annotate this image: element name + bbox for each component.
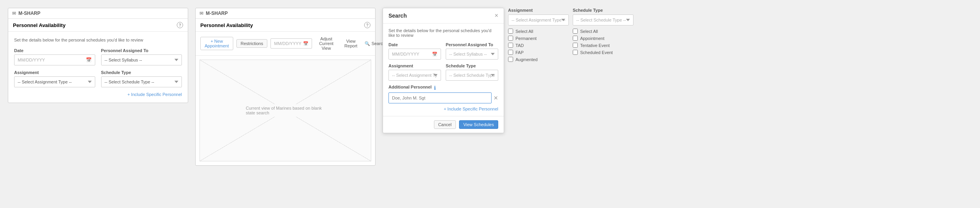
form-row-assignment-schedule: Assignment -- Select Assignment Type -- …	[14, 70, 182, 87]
modal-header: Search ×	[383, 8, 504, 24]
restrictions-button[interactable]: Restrictions	[236, 39, 267, 48]
schedule-dropdown-panel: Schedule Type -- Select Schedule Type --…	[573, 8, 633, 55]
assignment-dropdown-panel: Assignment -- Select Assignment Type -- …	[508, 8, 569, 62]
checkbox-appointment-input[interactable]	[573, 36, 578, 41]
include-personnel-link-modal[interactable]: + Include Specific Personnel	[388, 107, 498, 111]
new-appointment-button[interactable]: + New Appointment	[200, 37, 233, 50]
checkbox-scheduled-event-input[interactable]	[573, 50, 578, 55]
cancel-button[interactable]: Cancel	[434, 120, 456, 129]
panel-2: ✉ M-SHARP Personnel Availability ? + New…	[195, 8, 376, 166]
checkbox-permanent: Permanent	[508, 36, 569, 41]
panel-1-title: Personnel Availability ?	[8, 19, 188, 32]
panel-2-title-bar: Personnel Availability ?	[196, 19, 375, 32]
modal-body: Set the details below for the personal s…	[383, 24, 504, 116]
schedule-checkbox-list: Select All Appointment Tentative Event S…	[573, 29, 633, 55]
panel-1-title-text: Personnel Availability	[13, 22, 65, 28]
modal-additional-label: Additional Personnel	[388, 85, 432, 89]
panel-2-toolbar: + New Appointment Restrictions MM/DD/YYY…	[196, 32, 375, 56]
checkbox-fap-input[interactable]	[508, 50, 513, 55]
include-personnel-link-1[interactable]: + Include Specific Personnel	[14, 92, 182, 97]
schedule-dropdown-select[interactable]: -- Select Schedule Type --	[573, 14, 633, 25]
panel-2-header: ✉ M-SHARP	[196, 8, 375, 19]
modal-schedule-select[interactable]: -- Select Schedule Type --	[446, 70, 498, 81]
assignment-label-1: Assignment	[14, 70, 95, 75]
checkbox-augmented-input[interactable]	[508, 57, 513, 62]
assignment-select-1[interactable]: -- Select Assignment Type --	[14, 76, 95, 87]
checkbox-appointment: Appointment	[573, 36, 633, 41]
modal-schedule-group: Schedule Type -- Select Schedule Type --	[446, 63, 498, 81]
info-icon: ℹ	[434, 85, 436, 91]
checkbox-tad-label: TAD	[515, 43, 524, 48]
checkbox-select-all-assignment-label: Select All	[515, 29, 533, 34]
assignment-group-1: Assignment -- Select Assignment Type --	[14, 70, 95, 87]
modal-date-input[interactable]: MM/DD/YYYY 📅	[388, 49, 441, 60]
view-schedules-button[interactable]: View Schedules	[459, 120, 498, 129]
checkbox-tentative-event: Tentative Event	[573, 43, 633, 48]
modal-calendar-icon: 📅	[432, 52, 437, 57]
additional-personnel-input[interactable]	[388, 92, 492, 103]
modal-personnel-select[interactable]: -- Select Syllabus --	[446, 49, 498, 60]
checkbox-augmented: Augmented	[508, 57, 569, 62]
modal-date-group: Date MM/DD/YYYY 📅	[388, 42, 441, 60]
date-placeholder-2: MM/DD/YYYY	[274, 41, 301, 46]
schedule-label-1: Schedule Type	[101, 70, 182, 75]
form-row-date-personnel: Date MM/DD/YYYY 📅 Personnel Assigned To …	[14, 48, 182, 65]
date-label-1: Date	[14, 48, 95, 53]
envelope-icon-1: ✉	[12, 11, 16, 16]
personnel-group-1: Personnel Assigned To -- Select Syllabus…	[101, 48, 182, 65]
checkbox-augmented-label: Augmented	[515, 57, 537, 62]
date-placeholder-1: MM/DD/YYYY	[18, 58, 45, 62]
checkbox-select-all-schedule: Select All	[573, 29, 633, 34]
modal-close-button[interactable]: ×	[495, 12, 498, 19]
checkbox-select-all-assignment-input[interactable]	[508, 29, 513, 34]
checkbox-tentative-event-label: Tentative Event	[580, 43, 610, 48]
modal-row-assignment-schedule: Assignment -- Select Assignment Type -- …	[388, 63, 498, 81]
adjust-view-button[interactable]: Adjust Current View	[315, 35, 338, 52]
panel-1-desc: Set the details below for the personal s…	[14, 38, 182, 42]
personnel-label-1: Personnel Assigned To	[101, 48, 182, 53]
checkbox-tentative-event-input[interactable]	[573, 43, 578, 48]
help-icon-1[interactable]: ?	[177, 22, 183, 28]
panel-2-title-text: Personnel Availability	[200, 22, 253, 28]
canvas-label: Current view of Marines based on blank s…	[243, 104, 328, 117]
help-icon-2[interactable]: ?	[364, 22, 370, 28]
modal-assignment-group: Assignment -- Select Assignment Type --	[388, 63, 441, 81]
checkbox-tad: TAD	[508, 43, 569, 48]
checkbox-permanent-input[interactable]	[508, 36, 513, 41]
modal-additional-group: Additional Personnel ℹ Doe, John M. Sgt …	[388, 85, 498, 111]
checkbox-tad-input[interactable]	[508, 43, 513, 48]
date-group-1: Date MM/DD/YYYY 📅	[14, 48, 95, 65]
search-icon: 🔍	[365, 41, 370, 46]
modal-row-date-personnel: Date MM/DD/YYYY 📅 Personnel Assigned To …	[388, 42, 498, 60]
assignment-dropdown-select[interactable]: -- Select Assignment Type --	[508, 14, 569, 25]
date-input-2[interactable]: MM/DD/YYYY 📅	[270, 38, 312, 49]
modal-desc: Set the details below for the personal s…	[388, 28, 498, 38]
checkbox-select-all-assignment: Select All	[508, 29, 569, 34]
modal-footer: Cancel View Schedules	[383, 116, 504, 133]
additional-personnel-row: Doe, John M. Sgt ✕	[388, 92, 498, 103]
calendar-icon-2: 📅	[303, 41, 309, 46]
envelope-icon-2: ✉	[200, 11, 203, 16]
date-input-1[interactable]: MM/DD/YYYY 📅	[14, 54, 95, 65]
search-button[interactable]: 🔍 Search	[365, 41, 385, 46]
schedule-dropdown-title: Schedule Type	[573, 8, 633, 13]
assignment-dropdown-title: Assignment	[508, 8, 569, 13]
modal-schedule-label: Schedule Type	[446, 63, 498, 68]
modal-personnel-group: Personnel Assigned To -- Select Syllabus…	[446, 42, 498, 60]
calendar-icon-1: 📅	[86, 57, 92, 63]
modal-area: Search × Set the details below for the p…	[383, 8, 633, 133]
checkbox-scheduled-event-label: Scheduled Event	[580, 50, 613, 55]
checkbox-select-all-schedule-input[interactable]	[573, 29, 578, 34]
checkbox-scheduled-event: Scheduled Event	[573, 50, 633, 55]
canvas-area: Current view of Marines based on blank s…	[200, 60, 371, 161]
schedule-select-1[interactable]: -- Select Schedule Type --	[101, 76, 182, 87]
personnel-select-1[interactable]: -- Select Syllabus --	[101, 54, 182, 65]
panel-1: ✉ M-SHARP Personnel Availability ? Set t…	[8, 8, 188, 103]
modal-assignment-select[interactable]: -- Select Assignment Type --	[388, 70, 441, 81]
view-report-button[interactable]: View Report	[341, 37, 361, 50]
app-name-1: M-SHARP	[18, 11, 40, 16]
clear-input-icon[interactable]: ✕	[494, 95, 498, 101]
checkbox-permanent-label: Permanent	[515, 36, 537, 41]
panel-1-header: ✉ M-SHARP	[8, 8, 188, 19]
checkbox-fap: FAP	[508, 50, 569, 55]
